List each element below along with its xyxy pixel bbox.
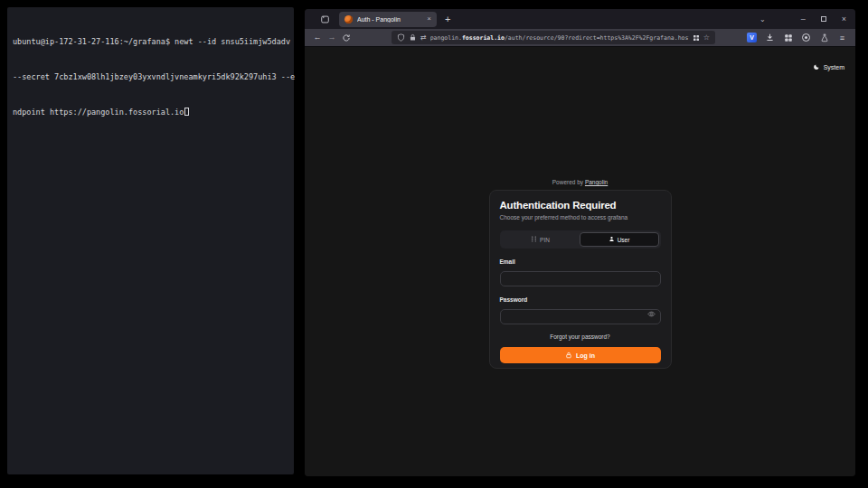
close-window-icon[interactable]: ×: [842, 14, 846, 23]
theme-label: System: [824, 64, 844, 70]
grid-icon[interactable]: [693, 34, 700, 42]
forward-icon[interactable]: →: [325, 33, 339, 42]
keypad-icon: [531, 236, 537, 243]
tab-title: Auth - Pangolin: [357, 16, 422, 23]
card-title: Authentication Required: [500, 200, 661, 211]
browser-window: Auth - Pangolin × + ⌄ – × ← →: [305, 9, 855, 476]
tab-pin-label: PIN: [540, 237, 550, 243]
email-field[interactable]: [500, 271, 661, 286]
firefox-view-icon[interactable]: [317, 12, 332, 26]
password-input-wrap: [500, 306, 661, 324]
tab-close-icon[interactable]: ×: [427, 15, 431, 23]
terminal-line: ubuntu@ip-172-31-27-116:~/grafana$ newt …: [13, 36, 290, 48]
extensions-icon[interactable]: [780, 31, 796, 45]
theme-toggle[interactable]: System: [813, 63, 844, 71]
login-lock-icon: [565, 352, 572, 360]
maximize-icon[interactable]: [821, 16, 826, 22]
tab-bar: Auth - Pangolin × + ⌄ – ×: [305, 9, 855, 29]
url-bar[interactable]: ⇄ pangolin.fossorial.io/auth/resource/90…: [392, 31, 715, 44]
login-button[interactable]: Log in: [500, 347, 661, 363]
circle-icon: [802, 33, 810, 42]
downloads-icon[interactable]: [762, 31, 778, 45]
browser-tab[interactable]: Auth - Pangolin ×: [339, 12, 437, 27]
password-manager-addon-icon[interactable]: V: [744, 31, 760, 45]
pangolin-link[interactable]: Pangolin: [585, 179, 608, 185]
exchange-icon[interactable]: ⇄: [420, 33, 427, 42]
user-icon: [609, 236, 615, 243]
desktop: ubuntu@ip-172-31-27-116:~/grafana$ newt …: [0, 0, 868, 488]
bookmark-star-icon[interactable]: ☆: [703, 33, 710, 42]
toolbar-right-icons: V ≡: [744, 31, 850, 45]
window-controls: ⌄ – ×: [760, 14, 855, 23]
navigation-toolbar: ← → ⇄ pangolin.fossorial.io/auth/resourc…: [305, 29, 855, 47]
addon-badge: V: [747, 33, 757, 42]
powered-by: Powered by Pangolin: [305, 179, 855, 185]
terminal-cursor: [184, 108, 189, 116]
tab-pin[interactable]: PIN: [502, 232, 580, 247]
minimize-icon[interactable]: –: [801, 14, 806, 23]
list-tabs-icon[interactable]: ⌄: [760, 15, 766, 23]
pangolin-favicon-icon: [344, 15, 353, 23]
tab-user-label: User: [618, 237, 630, 243]
new-tab-button[interactable]: +: [445, 14, 450, 24]
menu-icon[interactable]: ≡: [835, 31, 850, 45]
login-button-label: Log in: [576, 352, 595, 359]
card-subtitle: Choose your preferred method to access g…: [500, 214, 661, 221]
terminal-text: ubuntu@ip-172-31-27-116:~/grafana$ newt …: [13, 37, 290, 46]
terminal-line: --secret 7cbz1xw08lh1jbzey03yxvndljvneam…: [13, 71, 290, 83]
terminal-text: ndpoint https://pangolin.fossorial.io: [13, 108, 184, 117]
tracking-shield-icon[interactable]: [397, 33, 405, 42]
lock-icon[interactable]: [409, 33, 417, 42]
back-icon[interactable]: ←: [310, 33, 325, 42]
moon-icon: [813, 63, 820, 71]
show-password-icon[interactable]: [647, 310, 656, 318]
flask-icon[interactable]: [816, 31, 832, 45]
account-icon[interactable]: [798, 31, 814, 45]
url-text[interactable]: pangolin.fossorial.io/auth/resource/90?r…: [430, 34, 689, 42]
terminal-line: ndpoint https://pangolin.fossorial.io: [13, 107, 290, 118]
password-field[interactable]: [500, 309, 661, 324]
email-input-wrap: [500, 268, 661, 286]
tab-user[interactable]: User: [580, 232, 659, 247]
auth-card: Authentication Required Choose your pref…: [489, 190, 672, 369]
terminal-window[interactable]: ubuntu@ip-172-31-27-116:~/grafana$ newt …: [7, 7, 294, 474]
url-path: /auth/resource/90?redirect=https%3A%2F%2…: [505, 34, 689, 42]
terminal-text: --secret 7cbz1xw08lh1jbzey03yxvndljvneam…: [13, 72, 295, 81]
reload-icon[interactable]: [339, 33, 354, 42]
forgot-password-link[interactable]: Forgot your password?: [500, 333, 661, 340]
powered-by-text: Powered by: [552, 179, 583, 185]
password-label: Password: [500, 296, 661, 303]
url-subdomain: pangolin.: [430, 34, 462, 42]
method-tabs: PIN User: [500, 230, 661, 249]
email-label: Email: [500, 258, 661, 265]
url-domain: fossorial.io: [462, 34, 505, 42]
page-content: System Powered by Pangolin Authenticatio…: [305, 47, 855, 476]
